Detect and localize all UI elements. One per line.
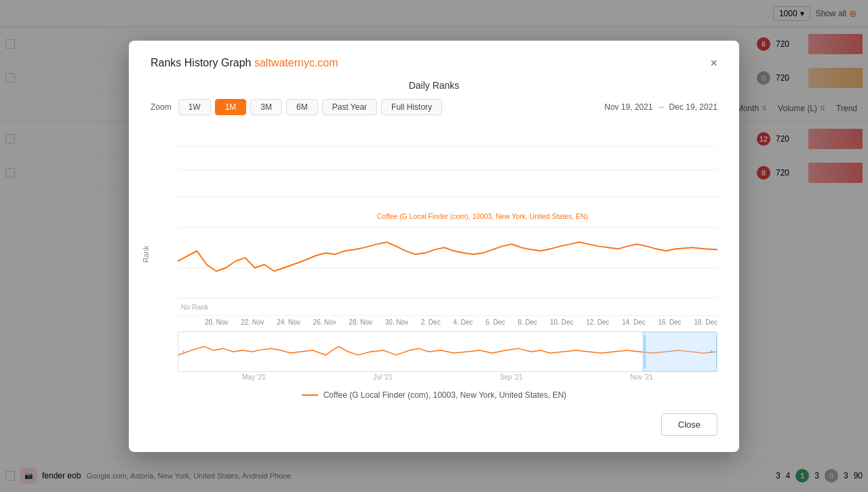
mini-chart-labels: May '21 Jul '21 Sep '21 Nov '21 bbox=[178, 372, 717, 382]
chart-legend: Coffee (G Local Finder (com), 10003, New… bbox=[151, 390, 717, 400]
date-range: Nov 19, 2021 → Dec 19, 2021 bbox=[604, 102, 717, 112]
svg-text:Coffee (G Local Finder (com), : Coffee (G Local Finder (com), 10003, New… bbox=[377, 212, 588, 220]
modal-footer: Close bbox=[151, 413, 717, 436]
mini-chart[interactable]: ‹ › bbox=[178, 331, 717, 372]
scroll-left-arrow[interactable]: ‹ bbox=[178, 332, 189, 371]
arrow-icon: → bbox=[657, 102, 665, 112]
x-axis-labels: 20. Nov 22. Nov 24. Nov 26. Nov 28. Nov … bbox=[178, 316, 717, 329]
legend-text: Coffee (G Local Finder (com), 10003, New… bbox=[323, 390, 567, 400]
zoom-past-year[interactable]: Past Year bbox=[322, 99, 377, 115]
modal-header: Ranks History Graph saltwaternyc.com × bbox=[151, 57, 717, 69]
y-axis-label: Rank bbox=[142, 245, 150, 263]
chart-wrapper: Rank 1 2 4 10 20 40 bbox=[151, 126, 717, 382]
modal-title: Ranks History Graph saltwaternyc.com bbox=[151, 57, 338, 69]
ranks-history-modal: Ranks History Graph saltwaternyc.com × D… bbox=[129, 41, 739, 452]
zoom-1w[interactable]: 1W bbox=[178, 99, 211, 115]
modal-close-button[interactable]: × bbox=[710, 57, 717, 69]
zoom-1m[interactable]: 1M bbox=[215, 99, 247, 115]
zoom-3m[interactable]: 3M bbox=[250, 99, 282, 115]
scroll-right-arrow[interactable]: › bbox=[706, 332, 717, 371]
zoom-label: Zoom bbox=[151, 102, 172, 112]
main-chart: 1 2 4 10 20 40 Coffee (G Local Finder (c… bbox=[178, 126, 717, 316]
svg-text:No Rank: No Rank bbox=[181, 302, 209, 310]
zoom-full-history[interactable]: Full History bbox=[381, 99, 442, 115]
chart-title: Daily Ranks bbox=[151, 80, 717, 91]
zoom-bar: Zoom 1W 1M 3M 6M Past Year Full History … bbox=[151, 99, 717, 115]
close-button[interactable]: Close bbox=[661, 413, 717, 436]
modal-overlay: Ranks History Graph saltwaternyc.com × D… bbox=[0, 0, 868, 492]
site-link[interactable]: saltwaternyc.com bbox=[254, 57, 338, 68]
zoom-6m[interactable]: 6M bbox=[286, 99, 318, 115]
legend-line bbox=[302, 394, 318, 396]
